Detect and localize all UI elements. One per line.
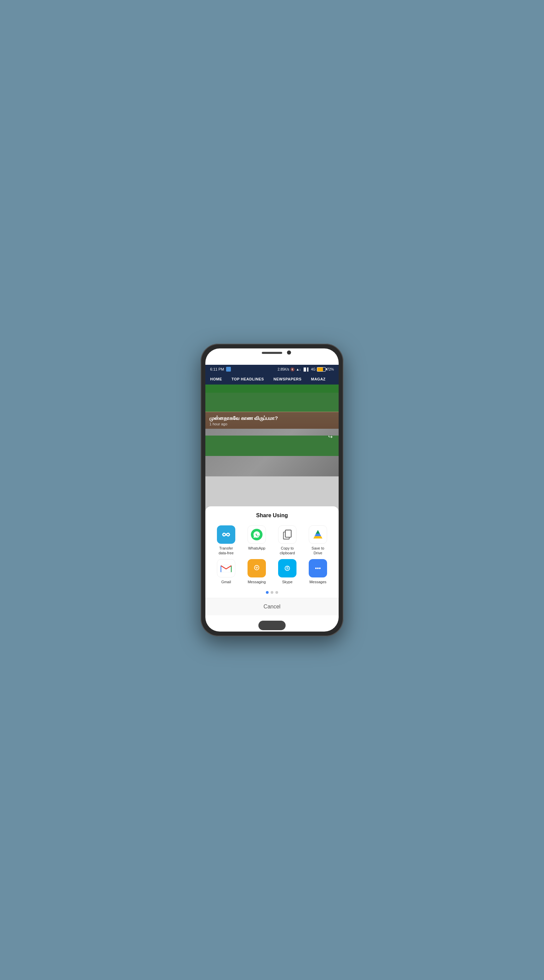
svg-point-13 [257, 566, 258, 568]
messages-icon [309, 559, 327, 578]
network-type: 4G [311, 368, 316, 371]
svg-point-11 [255, 566, 259, 569]
news-time-1: 1 hour ago [209, 422, 335, 426]
drive-icon [309, 525, 327, 544]
whatsapp-label: WhatsApp [248, 546, 266, 550]
messages-label: Messages [309, 579, 327, 584]
notification-icon [226, 367, 231, 372]
svg-point-12 [256, 566, 257, 568]
whatsapp-icon [247, 525, 266, 544]
mute-icon: 🔇 [290, 368, 295, 371]
gmail-icon [217, 559, 235, 578]
share-transfer[interactable]: Transferdata-free [211, 525, 241, 556]
nav-magazines[interactable]: MAGAZ [306, 374, 330, 385]
dot-2 [271, 591, 273, 594]
news-card-2[interactable]: ↪ [205, 429, 339, 476]
cancel-button[interactable]: Cancel [205, 598, 339, 615]
share-drive[interactable]: Save toDrive [303, 525, 333, 556]
cancel-area: Cancel [205, 598, 339, 615]
battery-fill [317, 368, 323, 371]
phone-home-button[interactable] [259, 620, 285, 630]
share-whatsapp[interactable]: WhatsApp [241, 525, 272, 556]
phone-speaker [262, 352, 282, 354]
drive-label: Save toDrive [311, 546, 324, 556]
nav-home[interactable]: HOME [205, 374, 227, 385]
app-screen: 6:11 PM 2.85K/s 🔇 ▲↓ ▐▌▌ 4G 72% HOME [205, 365, 339, 615]
phone-camera [287, 350, 291, 355]
signal-bars: ▐▌▌ [302, 368, 309, 371]
pagination-dots [205, 587, 339, 598]
dot-3 [275, 591, 278, 594]
svg-point-18 [315, 567, 317, 569]
share-dialog: Share Using Transferdata-free [205, 506, 339, 615]
share-messages[interactable]: Messages [303, 559, 333, 584]
bottom-strip [205, 385, 339, 393]
share-grid: Transferdata-free WhatsApp [205, 523, 339, 587]
content-area: முன்னதாகவே காண விருப்பமா? 1 hour ago ↪ S… [205, 385, 339, 615]
share-gmail[interactable]: Gmail [211, 559, 241, 584]
share-skype[interactable]: S Skype [272, 559, 303, 584]
nav-bar: HOME TOP HEADLINES NEWSPAPERS MAGAZ [205, 374, 339, 385]
copy-icon [278, 525, 297, 544]
skype-icon: S [278, 559, 297, 578]
battery-percent: 72% [327, 368, 334, 371]
news-title-1: முன்னதாகவே காண விருப்பமா? [209, 415, 335, 422]
transfer-icon [217, 525, 235, 544]
svg-rect-3 [285, 530, 291, 537]
network-speed: 2.85K/s [278, 368, 289, 371]
gmail-label: Gmail [221, 579, 231, 584]
phone-device: 6:11 PM 2.85K/s 🔇 ▲↓ ▐▌▌ 4G 72% HOME [201, 344, 343, 636]
share-messaging[interactable]: Messaging [241, 559, 272, 584]
status-bar: 6:11 PM 2.85K/s 🔇 ▲↓ ▐▌▌ 4G 72% [205, 365, 339, 374]
messaging-label: Messaging [247, 579, 266, 584]
status-time: 6:11 PM [210, 367, 224, 371]
nav-newspapers[interactable]: NEWSPAPERS [269, 374, 306, 385]
nav-headlines[interactable]: TOP HEADLINES [227, 374, 269, 385]
svg-marker-7 [314, 536, 323, 539]
share-copy[interactable]: Copy toclipboard [272, 525, 303, 556]
messaging-icon [247, 559, 266, 578]
transfer-label: Transferdata-free [219, 546, 233, 556]
skype-label: Skype [282, 579, 293, 584]
phone-screen: 6:11 PM 2.85K/s 🔇 ▲↓ ▐▌▌ 4G 72% HOME [205, 348, 339, 632]
copy-label: Copy toclipboard [280, 546, 295, 556]
svg-point-19 [317, 567, 319, 569]
svg-text:S: S [286, 566, 289, 570]
battery-icon [317, 367, 326, 372]
share-title: Share Using [205, 506, 339, 523]
svg-point-14 [256, 568, 257, 569]
svg-point-20 [319, 567, 320, 569]
dot-1 [266, 591, 269, 594]
share-button-card2[interactable]: ↪ [325, 431, 335, 442]
signal-icon: ▲↓ [296, 368, 301, 371]
